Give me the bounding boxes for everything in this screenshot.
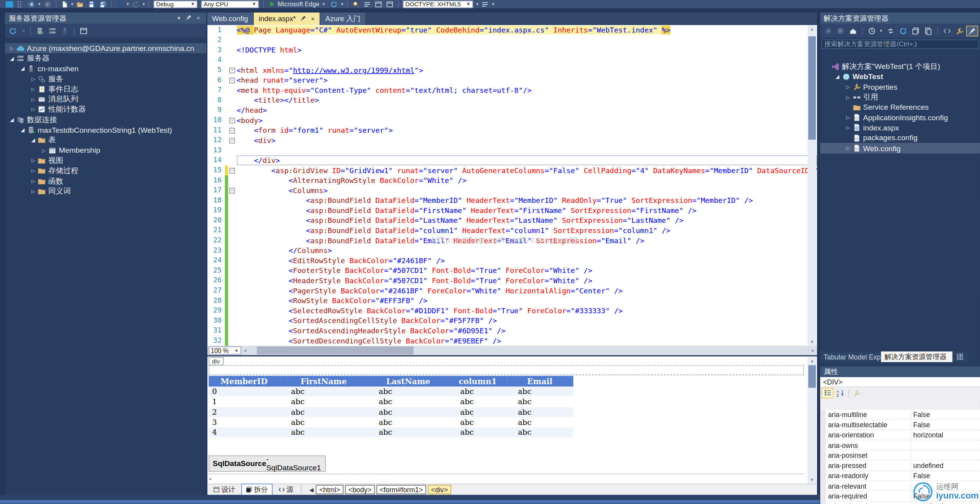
code-line[interactable]: 21 <asp:BoundField DataField="column1" H… <box>207 226 817 236</box>
tree-item[interactable]: ▷消息队列 <box>5 94 206 105</box>
properties-icon[interactable] <box>954 26 965 35</box>
tree-expander-icon[interactable]: ◢ <box>18 127 27 133</box>
code-line[interactable]: 28 <RowStyle BackColor="#EFF3FB" /> <box>207 296 817 306</box>
property-row[interactable]: aria-posinset <box>820 450 980 461</box>
source-editor[interactable]: 1<%@ Page Language="C#" AutoEventWireup=… <box>207 25 817 346</box>
tree-item[interactable]: ◢cn-maxshen <box>5 64 206 74</box>
tree-expander-icon[interactable]: ▷ <box>29 76 38 81</box>
breadcrumb-item[interactable]: <form#form1> <box>376 485 426 494</box>
tree-item[interactable]: ◢WebTest <box>820 72 980 82</box>
pin-tab-icon[interactable] <box>300 15 307 22</box>
tree-item[interactable]: ▷引用 <box>820 92 980 102</box>
nav-back-button[interactable] <box>26 0 37 8</box>
breadcrumb-item[interactable]: <body> <box>345 485 375 494</box>
nav-forward-button[interactable] <box>42 0 53 8</box>
stop-icon[interactable]: × <box>20 26 27 35</box>
panel-tab[interactable]: 解决方案资源管理器 <box>881 351 952 362</box>
new-file-button[interactable] <box>59 0 70 8</box>
panel-tab[interactable]: Tabular Model Explo... <box>820 351 880 362</box>
editor-vertical-scrollbar[interactable]: ▲ ▼ <box>808 25 816 346</box>
outline-button[interactable] <box>362 0 373 8</box>
window-button[interactable] <box>372 0 384 8</box>
tree-item[interactable]: ▷同义词 <box>5 186 206 196</box>
sync-with-active-document-icon[interactable] <box>885 26 896 35</box>
scroll-up-arrow[interactable]: ▲ <box>808 356 816 365</box>
fold-collapse-icon[interactable]: − <box>228 186 236 196</box>
panel-tab[interactable]: 团 <box>953 351 967 362</box>
design-vertical-scrollbar[interactable]: ▲ ▼ <box>808 356 816 484</box>
refresh-icon[interactable] <box>898 26 908 35</box>
fold-collapse-icon[interactable]: − <box>228 135 236 146</box>
selected-div-outline[interactable] <box>208 365 804 376</box>
code-line[interactable]: 3<!DOCTYPE html> <box>207 45 817 55</box>
code-line[interactable]: 30 <SortedAscendingCellStyle BackColor="… <box>207 316 817 326</box>
code-line[interactable]: 23 </Columns> <box>207 246 817 256</box>
undo-button[interactable] <box>114 0 125 8</box>
code-line[interactable]: 7<meta http-equiv="Content-Type" content… <box>207 85 817 96</box>
doctype-select[interactable]: DOCTYPE: XHTML5▼ <box>403 0 473 8</box>
code-line[interactable]: 24 <EditRowStyle BackColor="#2461BF" /> <box>207 256 817 266</box>
back-icon[interactable] <box>823 26 833 35</box>
tree-expander-icon[interactable]: ◢ <box>833 74 842 79</box>
property-pages-icon[interactable] <box>851 388 862 398</box>
code-line[interactable]: 25 <FooterStyle BackColor="#507CD1" Font… <box>207 266 817 276</box>
connect-database-icon[interactable] <box>35 26 45 35</box>
categorized-icon[interactable] <box>822 388 832 398</box>
editor-tab[interactable]: Azure 入门 <box>320 13 366 25</box>
forward-icon[interactable] <box>835 26 846 35</box>
tree-item[interactable]: ▷Web.config <box>820 143 980 153</box>
dropdown-arrow-icon[interactable]: ▾ <box>70 2 74 7</box>
redo-button[interactable] <box>130 0 141 8</box>
properties-object-select[interactable]: <DIV> <box>820 377 980 387</box>
tree-expander-icon[interactable]: ▷ <box>844 115 852 120</box>
home-icon[interactable] <box>848 26 858 35</box>
save-button[interactable] <box>86 0 97 8</box>
code-line[interactable]: 10−<body> <box>207 115 817 125</box>
dropdown-arrow-icon[interactable]: ▾ <box>475 2 479 7</box>
window-position-icon[interactable]: ▾ <box>175 15 183 21</box>
dropdown-arrow-icon[interactable]: ▾ <box>125 2 130 7</box>
gridview-preview[interactable]: MemberIDFirstNameLastNamecolumn1Email0ab… <box>208 376 573 438</box>
code-line[interactable]: 6−<head runat="server"> <box>207 75 817 85</box>
code-line[interactable]: 27 <PagerStyle BackColor="#2461BF" ForeC… <box>207 285 817 296</box>
property-row[interactable]: aria-pressedundefined <box>820 461 980 471</box>
property-value[interactable]: undefined <box>911 462 980 469</box>
alphabetical-sort-icon[interactable] <box>835 388 846 398</box>
tree-item[interactable]: ▷Azure (maxshen@GDAzure.partner.onmschin… <box>5 43 206 53</box>
tree-item[interactable]: ▷视图 <box>5 155 206 166</box>
tree-expander-icon[interactable]: ▷ <box>29 86 38 92</box>
code-line[interactable]: 26 <HeaderStyle BackColor="#507CD1" Font… <box>207 276 817 286</box>
editor-tab[interactable]: index.aspx*× <box>254 13 320 25</box>
tree-expander-icon[interactable]: ▷ <box>29 158 38 163</box>
close-tab-icon[interactable]: × <box>311 15 315 22</box>
fold-collapse-icon[interactable]: − <box>228 165 236 175</box>
view-tab-design[interactable]: 设计 <box>209 484 239 495</box>
code-line[interactable]: 18 <asp:BoundField DataField="MemberID" … <box>207 195 817 206</box>
property-value[interactable]: horizontal <box>911 431 980 439</box>
dropdown-arrow-icon[interactable]: ▾ <box>340 2 344 7</box>
fold-collapse-icon[interactable]: − <box>228 115 236 125</box>
design-scroll-thumb[interactable] <box>808 365 816 388</box>
tree-expander-icon[interactable]: ▷ <box>29 168 38 173</box>
code-line[interactable]: 9</head> <box>207 105 817 116</box>
show-all-files-icon[interactable] <box>923 26 933 35</box>
sqldatasource-control[interactable]: SqlDataSource - SqlDataSource1 <box>208 455 325 472</box>
code-line[interactable]: 17− <Columns> <box>207 186 817 196</box>
fold-collapse-icon[interactable]: − <box>228 65 236 75</box>
open-file-button[interactable] <box>74 0 86 8</box>
breadcrumb-item[interactable]: <html> <box>316 485 344 494</box>
platform-select[interactable]: Any CPU▼ <box>201 0 259 8</box>
solution-search-input[interactable] <box>821 39 978 49</box>
refresh-icon[interactable] <box>7 26 18 35</box>
breadcrumb-scroll-icon[interactable]: ◀ <box>309 486 313 493</box>
tree-expander-icon[interactable]: ◢ <box>7 56 16 61</box>
scroll-right-arrow[interactable]: ▸ <box>809 348 817 353</box>
property-value[interactable]: False <box>911 421 980 428</box>
code-line[interactable]: 4 <box>207 55 817 65</box>
tree-item[interactable]: ◢数据连接 <box>5 115 206 125</box>
code-line[interactable]: 15− <asp:GridView ID="GridView1" runat="… <box>207 165 817 175</box>
design-view[interactable]: div MemberIDFirstNameLastNamecolumn1Emai… <box>207 356 817 484</box>
tree-item[interactable]: Service References <box>820 102 980 112</box>
search-icon[interactable] <box>350 0 362 8</box>
code-line[interactable]: 19 <asp:BoundField DataField="FirstName"… <box>207 206 817 216</box>
